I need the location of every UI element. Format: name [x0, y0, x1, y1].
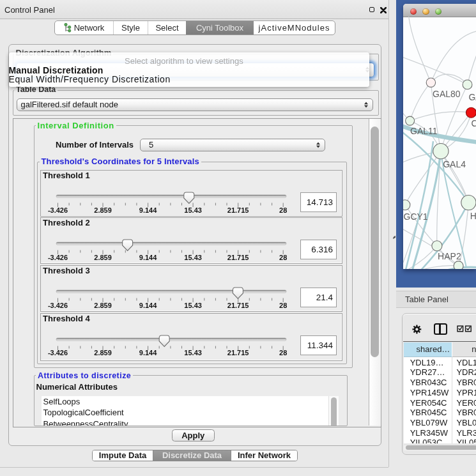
svg-text:GCY1: GCY1 — [404, 211, 428, 222]
svg-text:HAP2: HAP2 — [438, 251, 461, 261]
svg-text:GAL4: GAL4 — [443, 159, 466, 169]
svg-text:GAL5: GAL5 — [469, 93, 476, 103]
svg-text:GAL11: GAL11 — [410, 126, 438, 136]
svg-text:CYC: CYC — [472, 118, 476, 128]
svg-text:GAL80: GAL80 — [433, 89, 461, 99]
svg-text:HIS: HIS — [470, 211, 476, 221]
